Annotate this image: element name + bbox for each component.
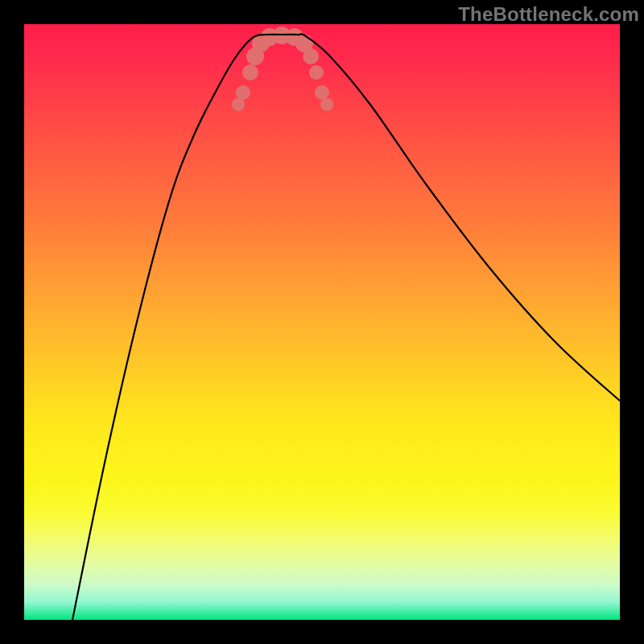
valley-dot (303, 48, 319, 64)
valley-highlight (232, 27, 333, 111)
curve-path (72, 34, 620, 620)
valley-dot (315, 85, 329, 100)
outer-frame: TheBottleneck.com (0, 0, 644, 644)
valley-dot (309, 65, 324, 80)
bottleneck-curve (24, 24, 620, 620)
chart-area (24, 24, 620, 620)
valley-dot (236, 85, 250, 100)
valley-dot (242, 64, 258, 80)
valley-dot (320, 98, 333, 111)
watermark-text: TheBottleneck.com (458, 3, 639, 26)
valley-dot (232, 98, 245, 111)
